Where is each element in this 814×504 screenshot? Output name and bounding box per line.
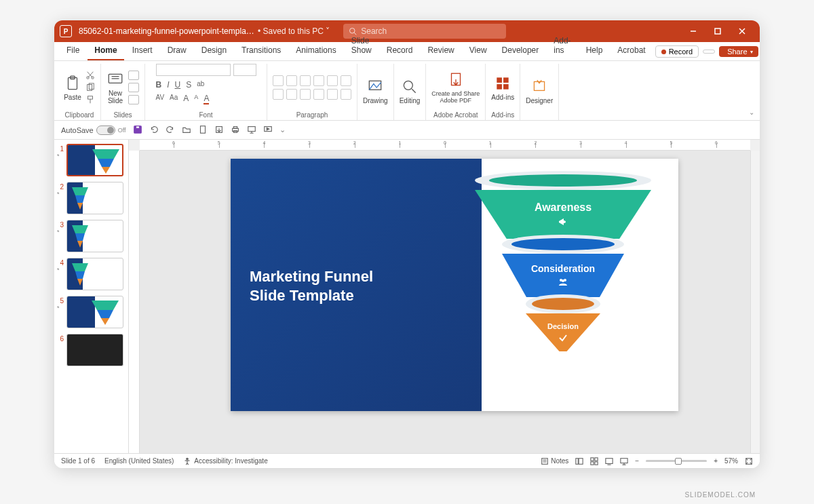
undo-button[interactable]: [149, 125, 159, 136]
thumbnail-5[interactable]: [66, 296, 123, 328]
tab-transitions[interactable]: Transitions: [235, 43, 288, 60]
thumbnail-6[interactable]: [66, 334, 123, 366]
shrink-button[interactable]: A: [194, 94, 198, 104]
thumbnail-4[interactable]: [66, 258, 123, 290]
save-status[interactable]: • Saved to this PC ˅: [258, 26, 330, 36]
watermark: SLIDEMODEL.COM: [684, 491, 756, 499]
copy-icon[interactable]: [85, 83, 95, 92]
pdf-icon: [447, 71, 465, 89]
maximize-button[interactable]: [705, 20, 730, 42]
grow-button[interactable]: A: [183, 94, 189, 104]
strike-button[interactable]: S: [186, 80, 191, 90]
language-status[interactable]: English (United States): [104, 457, 174, 465]
tab-help[interactable]: Help: [579, 43, 610, 60]
qat-more[interactable]: ⌄: [279, 125, 286, 134]
format-painter-icon[interactable]: [85, 95, 95, 104]
vertical-ruler: [129, 151, 140, 453]
underline-button[interactable]: U: [175, 80, 181, 90]
zoom-percent[interactable]: 57%: [724, 457, 738, 465]
redo-button[interactable]: [166, 125, 175, 136]
notes-button[interactable]: Notes: [541, 457, 568, 465]
minimize-button[interactable]: [681, 20, 705, 42]
share-button[interactable]: Share▾: [719, 46, 758, 57]
tab-slideshow[interactable]: Slide Show: [345, 33, 379, 60]
font-color-button[interactable]: A: [204, 94, 209, 104]
svg-rect-35: [248, 126, 255, 131]
tab-developer[interactable]: Developer: [495, 43, 546, 60]
svg-marker-39: [102, 167, 110, 174]
editing-button[interactable]: Editing: [400, 78, 421, 104]
slide-counter[interactable]: Slide 1 of 6: [61, 457, 95, 465]
record-button[interactable]: Record: [655, 45, 699, 58]
adobe-pdf-button[interactable]: Create and Share Adobe PDF: [431, 71, 480, 104]
italic-button[interactable]: I: [167, 80, 169, 90]
paragraph-buttons[interactable]: [273, 75, 351, 100]
section-button[interactable]: [128, 95, 139, 104]
sorter-view-icon[interactable]: [590, 457, 598, 465]
qat-btn-6[interactable]: [263, 125, 273, 136]
funnel-diagram[interactable]: Awareness Consideration: [461, 171, 665, 351]
fit-window-icon[interactable]: [745, 457, 753, 465]
mini-funnel-icon: [71, 187, 89, 211]
funnel-segment-decision[interactable]: Decision: [526, 294, 600, 351]
svg-line-21: [412, 89, 415, 92]
qat-btn-5[interactable]: [247, 125, 256, 136]
comments-button[interactable]: [703, 50, 715, 54]
accessibility-status[interactable]: Accessibility: Investigate: [183, 457, 267, 465]
paste-button[interactable]: Paste: [64, 75, 81, 101]
tab-draw[interactable]: Draw: [161, 43, 193, 60]
funnel-segment-consideration[interactable]: Consideration: [502, 235, 624, 297]
megaphone-icon: [558, 216, 568, 227]
slideshow-view-icon[interactable]: [620, 457, 628, 465]
layout-button[interactable]: [128, 71, 139, 80]
tab-acrobat[interactable]: Acrobat: [610, 43, 652, 60]
spacing-button[interactable]: AV: [156, 94, 165, 104]
font-name-combo[interactable]: [156, 64, 231, 76]
funnel-segment-awareness[interactable]: Awareness: [475, 171, 651, 239]
new-slide-button[interactable]: New Slide: [106, 71, 124, 104]
drawing-button[interactable]: Drawing: [363, 78, 388, 104]
zoom-in-button[interactable]: +: [714, 457, 718, 465]
save-button[interactable]: [133, 125, 142, 136]
tab-insert[interactable]: Insert: [125, 43, 159, 60]
normal-view-icon[interactable]: [575, 457, 583, 465]
qat-btn-3[interactable]: [214, 125, 224, 136]
thumbnail-3[interactable]: [66, 220, 123, 252]
tab-design[interactable]: Design: [195, 43, 233, 60]
qat-btn-2[interactable]: [198, 125, 208, 136]
thumbnail-2[interactable]: [66, 182, 123, 214]
tab-animations[interactable]: Animations: [289, 43, 343, 60]
close-button[interactable]: [730, 20, 754, 42]
cut-icon[interactable]: [85, 71, 95, 80]
tab-addins[interactable]: Add-ins: [547, 33, 577, 60]
ribbon-group-clipboard: Paste Clipboard: [58, 64, 101, 120]
bold-button[interactable]: B: [156, 80, 162, 90]
thumbnail-1[interactable]: [66, 144, 123, 176]
vertical-scrollbar[interactable]: [750, 151, 760, 453]
slide-canvas[interactable]: Marketing Funnel Slide Template Awarenes…: [231, 159, 678, 411]
tab-review[interactable]: Review: [421, 43, 461, 60]
qat-btn-4[interactable]: [231, 125, 240, 136]
tab-home[interactable]: Home: [88, 43, 123, 60]
shadow-button[interactable]: ab: [197, 80, 204, 90]
svg-rect-60: [579, 458, 583, 464]
tab-view[interactable]: View: [463, 43, 494, 60]
case-button[interactable]: Aa: [170, 94, 178, 104]
font-size-combo[interactable]: [233, 64, 256, 76]
tab-file[interactable]: File: [60, 43, 86, 60]
tab-record[interactable]: Record: [380, 43, 420, 60]
slide-thumbnails-panel[interactable]: 1* 2* 3* 4* 5*: [54, 140, 129, 453]
autosave-toggle[interactable]: AutoSave Off: [61, 125, 126, 135]
ribbon-group-designer: Designer: [520, 64, 559, 120]
collapse-ribbon-button[interactable]: ⌄: [749, 109, 754, 116]
addins-button[interactable]: Add-ins: [491, 75, 514, 101]
zoom-slider[interactable]: [646, 460, 707, 462]
qat-btn-1[interactable]: [182, 125, 191, 136]
designer-button[interactable]: Designer: [526, 78, 553, 104]
reading-view-icon[interactable]: [605, 457, 613, 465]
zoom-out-button[interactable]: −: [635, 457, 639, 465]
reset-button[interactable]: [128, 83, 139, 92]
slide-stage[interactable]: Marketing Funnel Slide Template Awarenes…: [140, 151, 750, 453]
addins-icon: [494, 75, 511, 92]
slide-title-text[interactable]: Marketing Funnel Slide Template: [250, 267, 373, 305]
